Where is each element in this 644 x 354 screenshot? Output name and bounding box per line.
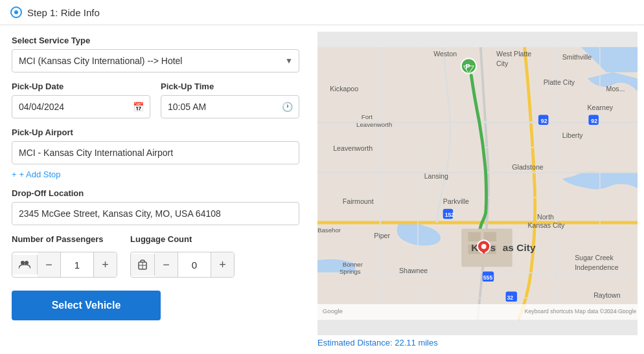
pickup-date-label: Pick-Up Date bbox=[12, 82, 150, 91]
pickup-airport-group: Pick-Up Airport bbox=[12, 127, 299, 164]
service-type-select-wrapper[interactable]: MCI (Kansas City International) --> Hote… bbox=[12, 49, 299, 72]
svg-text:West Platte: West Platte bbox=[496, 50, 531, 58]
svg-text:Springs: Springs bbox=[339, 268, 361, 275]
main-content: Select Service Type MCI (Kansas City Int… bbox=[0, 25, 644, 354]
pickup-date-input[interactable] bbox=[12, 95, 150, 118]
svg-point-67 bbox=[481, 244, 487, 249]
svg-text:Weston: Weston bbox=[433, 50, 457, 58]
svg-text:Keyboard shortcuts  Map data ©: Keyboard shortcuts Map data ©2024 Google… bbox=[525, 308, 638, 315]
svg-text:Basehor: Basehor bbox=[317, 227, 341, 234]
svg-text:Leavenworth: Leavenworth bbox=[333, 144, 373, 152]
svg-text:Lansing: Lansing bbox=[424, 172, 448, 180]
svg-text:Smithville: Smithville bbox=[562, 53, 592, 61]
pickup-time-label: Pick-Up Time bbox=[161, 82, 299, 91]
step-header: Step 1: Ride Info bbox=[0, 0, 644, 25]
step-icon bbox=[10, 6, 22, 18]
svg-text:92: 92 bbox=[591, 118, 597, 124]
svg-text:Liberty: Liberty bbox=[562, 131, 584, 139]
plus-icon: + bbox=[12, 170, 17, 179]
pickup-airport-input[interactable] bbox=[12, 141, 299, 164]
pickup-airport-label: Pick-Up Airport bbox=[12, 127, 299, 137]
svg-text:555: 555 bbox=[483, 274, 493, 281]
estimated-distance-value: 22.11 miles bbox=[395, 338, 437, 348]
svg-text:Kickapoo: Kickapoo bbox=[330, 85, 358, 93]
right-section: Kickapoo Weston West Platte City Smithvi… bbox=[311, 25, 644, 354]
luggage-increment-button[interactable]: + bbox=[211, 252, 234, 277]
svg-text:North: North bbox=[537, 213, 554, 221]
map-svg: Kickapoo Weston West Platte City Smithvi… bbox=[317, 32, 638, 335]
svg-text:92: 92 bbox=[541, 118, 547, 124]
dropoff-group: Drop-Off Location bbox=[12, 188, 299, 225]
svg-rect-19 bbox=[468, 232, 480, 242]
luggage-counter: − 0 + bbox=[130, 252, 235, 278]
passengers-label: Number of Passengers bbox=[12, 234, 117, 244]
luggage-group: Luggage Count − 0 + bbox=[130, 234, 235, 278]
counters-row: Number of Passengers − 1 + bbox=[12, 234, 299, 278]
passengers-value: 1 bbox=[61, 254, 93, 276]
svg-text:Kearney: Kearney bbox=[588, 104, 614, 111]
svg-text:Piper: Piper bbox=[374, 232, 390, 239]
service-type-group: Select Service Type MCI (Kansas City Int… bbox=[12, 36, 299, 72]
pickup-date-group: Pick-Up Date 📅 bbox=[12, 82, 150, 118]
pickup-time-group: Pick-Up Time 🕐 bbox=[161, 82, 299, 118]
pickup-time-input[interactable] bbox=[161, 95, 299, 118]
page-wrapper: Step 1: Ride Info Select Service Type MC… bbox=[0, 0, 644, 354]
map-container: Kickapoo Weston West Platte City Smithvi… bbox=[317, 32, 638, 335]
luggage-value: 0 bbox=[178, 254, 211, 276]
svg-text:Fairmount: Fairmount bbox=[343, 197, 374, 205]
luggage-icon bbox=[131, 254, 155, 276]
passengers-group: Number of Passengers − 1 + bbox=[12, 234, 117, 278]
svg-point-1 bbox=[25, 261, 29, 265]
svg-text:Kansas City: Kansas City bbox=[527, 221, 564, 229]
dropoff-input[interactable] bbox=[12, 202, 299, 225]
left-panel: Select Service Type MCI (Kansas City Int… bbox=[0, 25, 311, 354]
date-time-row: Pick-Up Date 📅 Pick-Up Time 🕐 bbox=[12, 82, 299, 118]
svg-text:Raytown: Raytown bbox=[593, 291, 620, 299]
svg-text:Shawnee: Shawnee bbox=[399, 267, 428, 274]
svg-text:Mos...: Mos... bbox=[606, 85, 625, 93]
svg-text:Gladstone: Gladstone bbox=[512, 163, 544, 171]
svg-text:as City: as City bbox=[503, 242, 536, 253]
estimated-distance-label: Estimated Distance: bbox=[317, 338, 393, 348]
passengers-increment-button[interactable]: + bbox=[93, 252, 117, 277]
svg-text:Bonner: Bonner bbox=[343, 261, 363, 268]
luggage-decrement-button[interactable]: − bbox=[155, 252, 178, 277]
add-stop-link[interactable]: + + Add Stop bbox=[12, 170, 299, 179]
svg-text:Sugar Creek: Sugar Creek bbox=[575, 254, 614, 261]
pickup-time-input-wrapper[interactable]: 🕐 bbox=[161, 95, 299, 118]
passengers-counter: − 1 + bbox=[12, 252, 117, 278]
svg-text:Platte City: Platte City bbox=[544, 78, 575, 86]
svg-text:Independence: Independence bbox=[575, 263, 619, 271]
passengers-icon bbox=[12, 255, 38, 274]
svg-text:Fort: Fort bbox=[362, 113, 373, 120]
service-type-select[interactable]: MCI (Kansas City International) --> Hote… bbox=[12, 49, 299, 72]
svg-text:32: 32 bbox=[507, 294, 514, 301]
service-type-label: Select Service Type bbox=[12, 36, 299, 45]
pickup-date-input-wrapper[interactable]: 📅 bbox=[12, 95, 150, 118]
step-title: Step 1: Ride Info bbox=[27, 7, 100, 18]
passengers-decrement-button[interactable]: − bbox=[38, 252, 61, 277]
select-vehicle-button[interactable]: Select Vehicle bbox=[12, 291, 161, 320]
svg-text:City: City bbox=[496, 60, 509, 67]
svg-text:Google: Google bbox=[323, 307, 343, 315]
svg-text:152: 152 bbox=[445, 212, 455, 218]
svg-point-0 bbox=[21, 261, 25, 265]
svg-text:P: P bbox=[466, 63, 470, 71]
estimated-distance: Estimated Distance: 22.11 miles bbox=[317, 338, 638, 348]
dropoff-label: Drop-Off Location bbox=[12, 188, 299, 198]
svg-text:Parkville: Parkville bbox=[443, 197, 469, 205]
luggage-label: Luggage Count bbox=[130, 234, 235, 244]
add-stop-label: + Add Stop bbox=[19, 170, 61, 179]
svg-text:Leavenworth: Leavenworth bbox=[356, 121, 392, 128]
